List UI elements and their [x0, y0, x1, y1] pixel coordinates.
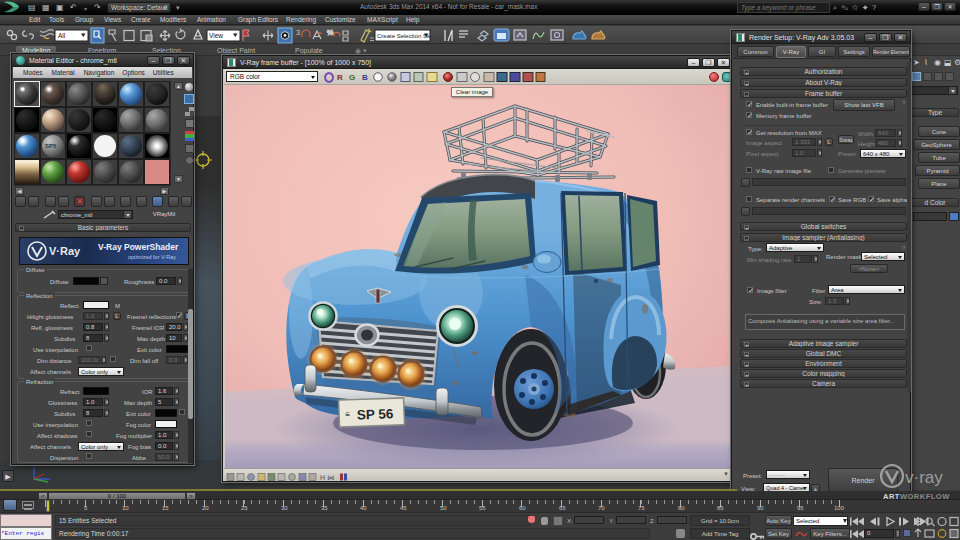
svg-text:V-Ray PowerShader: V-Ray PowerShader [98, 242, 179, 252]
svg-text:3: 3 [296, 28, 300, 37]
svg-text:v·ray: v·ray [905, 468, 943, 487]
svg-text:ARTWORKFLOW: ARTWORKFLOW [883, 492, 950, 501]
svg-text:%: % [327, 29, 333, 36]
svg-text:G: G [349, 73, 355, 82]
svg-text:B: B [362, 73, 368, 82]
svg-text:All: All [58, 32, 66, 39]
svg-text:H ⋈: H ⋈ [320, 474, 334, 481]
svg-text:View: View [209, 32, 223, 39]
svg-text:R: R [337, 73, 343, 82]
svg-text:optimized for V-Ray: optimized for V-Ray [128, 254, 176, 260]
svg-text:V·Ray: V·Ray [49, 245, 81, 257]
svg-text:Create Selection Se: Create Selection Se [377, 33, 431, 39]
